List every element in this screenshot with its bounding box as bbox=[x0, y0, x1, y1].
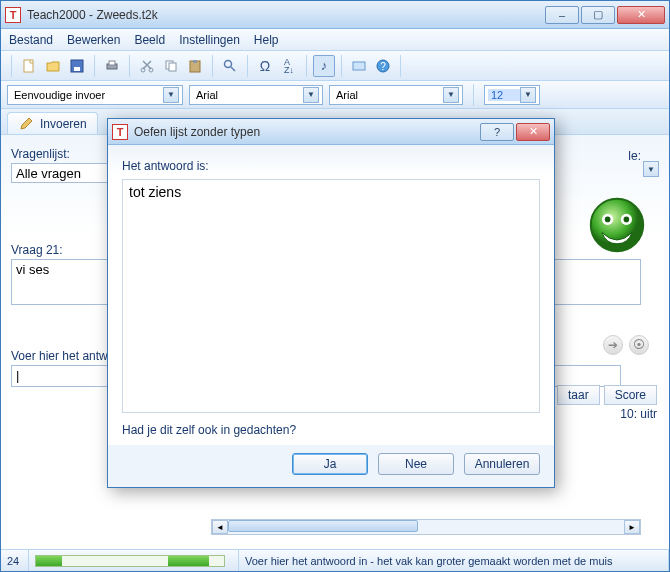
svg-point-19 bbox=[624, 217, 630, 223]
app-icon: T bbox=[112, 124, 128, 140]
status-count: 24 bbox=[1, 550, 29, 571]
dialog-question: Had je dit zelf ook in gedachten? bbox=[122, 423, 540, 437]
svg-rect-0 bbox=[24, 60, 33, 72]
copy-icon[interactable] bbox=[160, 55, 182, 77]
statusbar: 24 Voer hier het antwoord in - het vak k… bbox=[1, 549, 669, 571]
close-button[interactable]: ✕ bbox=[617, 6, 665, 24]
main-titlebar[interactable]: T Teach2000 - Zweeds.t2k – ▢ ✕ bbox=[1, 1, 669, 29]
dialog-titlebar[interactable]: T Oefen lijst zonder typen ? ✕ bbox=[108, 119, 554, 145]
chevron-down-icon: ▼ bbox=[443, 87, 459, 103]
menubar: Bestand Bewerken Beeld Instellingen Help bbox=[1, 29, 669, 51]
svg-rect-4 bbox=[109, 61, 115, 65]
window-title: Teach2000 - Zweeds.t2k bbox=[27, 8, 545, 22]
cancel-button[interactable]: Annuleren bbox=[464, 453, 540, 475]
next-arrow-icon[interactable]: ➔ bbox=[603, 335, 623, 355]
horizontal-scrollbar[interactable]: ◄ ► bbox=[211, 519, 641, 535]
status-hint: Voer hier het antwoord in - het vak kan … bbox=[239, 550, 669, 571]
chevron-down-icon: ▼ bbox=[303, 87, 319, 103]
chevron-down-icon: ▼ bbox=[520, 87, 536, 103]
sort-icon[interactable]: AZ↓ bbox=[278, 55, 300, 77]
scrollbar-thumb[interactable] bbox=[228, 520, 418, 532]
menu-bewerken[interactable]: Bewerken bbox=[67, 33, 120, 47]
font2-dropdown[interactable]: Arial ▼ bbox=[329, 85, 463, 105]
pencil-icon bbox=[18, 116, 34, 132]
mode-dropdown[interactable]: Eenvoudige invoer ▼ bbox=[7, 85, 183, 105]
menu-instellingen[interactable]: Instellingen bbox=[179, 33, 240, 47]
open-file-icon[interactable] bbox=[42, 55, 64, 77]
dialog-close-button[interactable]: ✕ bbox=[516, 123, 550, 141]
scroll-right-icon[interactable]: ► bbox=[624, 520, 640, 534]
svg-point-11 bbox=[225, 60, 232, 67]
dialog-help-button[interactable]: ? bbox=[480, 123, 514, 141]
svg-text:?: ? bbox=[380, 61, 386, 72]
cut-icon[interactable] bbox=[136, 55, 158, 77]
stop-icon[interactable]: ⦿ bbox=[629, 335, 649, 355]
no-button[interactable]: Nee bbox=[378, 453, 454, 475]
table-col-taar[interactable]: taar bbox=[557, 385, 600, 405]
yes-button[interactable]: Ja bbox=[292, 453, 368, 475]
svg-rect-10 bbox=[193, 60, 197, 63]
find-icon[interactable] bbox=[219, 55, 241, 77]
svg-rect-12 bbox=[353, 62, 365, 70]
scroll-left-icon[interactable]: ◄ bbox=[212, 520, 228, 534]
app-icon: T bbox=[5, 7, 21, 23]
smiley-icon bbox=[587, 195, 647, 255]
dialog-answer-label: Het antwoord is: bbox=[122, 159, 540, 173]
print-icon[interactable] bbox=[101, 55, 123, 77]
help-icon[interactable]: ? bbox=[372, 55, 394, 77]
table-row: 10: uitr bbox=[620, 407, 657, 421]
svg-rect-2 bbox=[74, 67, 80, 71]
omega-icon[interactable]: Ω bbox=[254, 55, 276, 77]
tab-invoeren[interactable]: Invoeren bbox=[7, 112, 98, 134]
toolbar: Ω AZ↓ ♪ ? bbox=[1, 51, 669, 81]
chevron-down-icon[interactable]: ▼ bbox=[643, 161, 659, 177]
dialog-answer-box: tot ziens bbox=[122, 179, 540, 413]
sound-icon[interactable]: ♪ bbox=[313, 55, 335, 77]
progress-bar bbox=[35, 555, 225, 567]
paste-icon[interactable] bbox=[184, 55, 206, 77]
save-icon[interactable] bbox=[66, 55, 88, 77]
right-label: le: bbox=[628, 149, 641, 163]
menu-help[interactable]: Help bbox=[254, 33, 279, 47]
menu-bestand[interactable]: Bestand bbox=[9, 33, 53, 47]
card-icon[interactable] bbox=[348, 55, 370, 77]
svg-rect-8 bbox=[169, 63, 176, 71]
practice-dialog: T Oefen lijst zonder typen ? ✕ Het antwo… bbox=[107, 118, 555, 488]
control-bar: Eenvoudige invoer ▼ Arial ▼ Arial ▼ 12 ▼ bbox=[1, 81, 669, 109]
menu-beeld[interactable]: Beeld bbox=[134, 33, 165, 47]
svg-point-18 bbox=[605, 217, 611, 223]
minimize-button[interactable]: – bbox=[545, 6, 579, 24]
table-col-score[interactable]: Score bbox=[604, 385, 657, 405]
fontsize-dropdown[interactable]: 12 ▼ bbox=[484, 85, 540, 105]
font1-dropdown[interactable]: Arial ▼ bbox=[189, 85, 323, 105]
maximize-button[interactable]: ▢ bbox=[581, 6, 615, 24]
chevron-down-icon: ▼ bbox=[163, 87, 179, 103]
new-file-icon[interactable] bbox=[18, 55, 40, 77]
dialog-title: Oefen lijst zonder typen bbox=[134, 125, 480, 139]
tab-label: Invoeren bbox=[40, 117, 87, 131]
